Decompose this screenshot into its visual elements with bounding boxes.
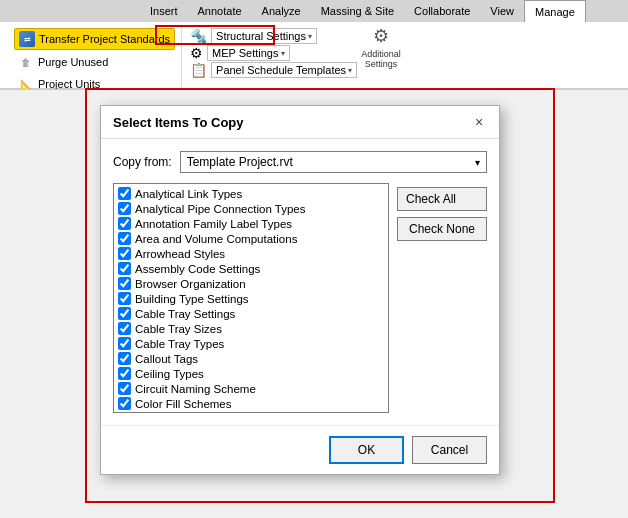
ok-button[interactable]: OK xyxy=(329,436,404,464)
project-units-button[interactable]: 📐 Project Units xyxy=(14,74,104,90)
list-item-checkbox[interactable] xyxy=(118,382,131,395)
menu-tab-collaborate[interactable]: Collaborate xyxy=(404,0,480,22)
list-item: Ceiling Types xyxy=(114,366,388,381)
list-item-checkbox[interactable] xyxy=(118,337,131,350)
ribbon: ⇄ Transfer Project Standards 🗑 Purge Unu… xyxy=(0,22,628,90)
copy-from-label: Copy from: xyxy=(113,155,172,169)
check-none-button[interactable]: Check None xyxy=(397,217,487,241)
panel-dropdown-arrow: ▾ xyxy=(348,66,352,75)
additional-settings-label: AdditionalSettings xyxy=(361,49,401,69)
list-item-checkbox[interactable] xyxy=(118,217,131,230)
list-item-checkbox[interactable] xyxy=(118,232,131,245)
list-item-label: Assembly Code Settings xyxy=(135,263,260,275)
ribbon-group-transfer: ⇄ Transfer Project Standards 🗑 Purge Unu… xyxy=(8,26,182,90)
dialog-content: Copy from: Template Project.rvt ▾ Analyt… xyxy=(101,139,499,425)
panel-row: 📋 Panel Schedule Templates ▾ xyxy=(190,62,357,78)
list-item: Cable Tray Sizes xyxy=(114,321,388,336)
mep-settings-dropdown[interactable]: MEP Settings ▾ xyxy=(207,45,289,61)
dialog-close-button[interactable]: × xyxy=(471,114,487,130)
structural-settings-dropdown[interactable]: Structural Settings ▾ xyxy=(211,28,317,44)
copy-from-value: Template Project.rvt xyxy=(187,155,293,169)
list-item-label: Analytical Pipe Connection Types xyxy=(135,203,305,215)
copy-from-arrow: ▾ xyxy=(475,157,480,168)
items-list-container: Analytical Link TypesAnalytical Pipe Con… xyxy=(113,183,389,413)
dialog-titlebar: Select Items To Copy × xyxy=(101,106,499,139)
list-item: Color Fill Schemes xyxy=(114,396,388,411)
additional-settings-button[interactable]: ⚙ AdditionalSettings xyxy=(365,26,397,68)
list-item-checkbox[interactable] xyxy=(118,277,131,290)
structural-dropdown-arrow: ▾ xyxy=(308,32,312,41)
menu-tab-analyze[interactable]: Analyze xyxy=(252,0,311,22)
ribbon-right-group: 🔩 Structural Settings ▾ ⚙ MEP Settings ▾… xyxy=(186,26,361,80)
menu-tab-manage[interactable]: Manage xyxy=(524,0,586,22)
list-item-label: Circuit Naming Scheme xyxy=(135,383,256,395)
additional-settings-icon: ⚙ xyxy=(373,25,389,47)
list-item-checkbox[interactable] xyxy=(118,352,131,365)
list-item: Arrowhead Styles xyxy=(114,246,388,261)
dialog-footer: OK Cancel xyxy=(101,425,499,474)
list-item-label: Color Fill Schemes xyxy=(135,398,232,410)
list-item-label: Annotation Family Label Types xyxy=(135,218,292,230)
dialog-title: Select Items To Copy xyxy=(113,115,244,130)
purge-unused-button[interactable]: 🗑 Purge Unused xyxy=(14,52,112,72)
list-item-checkbox[interactable] xyxy=(118,307,131,320)
cancel-button[interactable]: Cancel xyxy=(412,436,487,464)
list-item-label: Analytical Link Types xyxy=(135,188,242,200)
mep-dropdown-arrow: ▾ xyxy=(281,49,285,58)
menu-tabs: Insert Annotate Analyze Massing & Site C… xyxy=(0,0,628,22)
menu-tab-insert[interactable]: Insert xyxy=(140,0,188,22)
list-item-label: Cable Tray Sizes xyxy=(135,323,222,335)
mep-icon: ⚙ xyxy=(190,45,203,61)
list-item-label: Cable Tray Settings xyxy=(135,308,235,320)
list-item: Area and Volume Computations xyxy=(114,231,388,246)
purge-icon: 🗑 xyxy=(18,54,34,70)
copy-from-row: Copy from: Template Project.rvt ▾ xyxy=(113,151,487,173)
items-buttons: Check All Check None xyxy=(397,183,487,413)
list-item-label: Browser Organization xyxy=(135,278,246,290)
structural-row: 🔩 Structural Settings ▾ xyxy=(190,28,357,44)
transfer-standards-button[interactable]: ⇄ Transfer Project Standards xyxy=(14,28,175,50)
list-item: Browser Organization xyxy=(114,276,388,291)
mep-row: ⚙ MEP Settings ▾ xyxy=(190,45,357,61)
list-item-label: Area and Volume Computations xyxy=(135,233,297,245)
list-item: Analytical Pipe Connection Types xyxy=(114,201,388,216)
menu-tab-annotate[interactable]: Annotate xyxy=(188,0,252,22)
menu-bar: Insert Annotate Analyze Massing & Site C… xyxy=(0,0,628,90)
menu-tab-view[interactable]: View xyxy=(480,0,524,22)
items-list[interactable]: Analytical Link TypesAnalytical Pipe Con… xyxy=(114,184,388,412)
list-item: Annotation Family Label Types xyxy=(114,216,388,231)
list-item: Cable Tray Settings xyxy=(114,306,388,321)
list-item-label: Building Type Settings xyxy=(135,293,249,305)
panel-schedule-dropdown[interactable]: Panel Schedule Templates ▾ xyxy=(211,62,357,78)
list-item-checkbox[interactable] xyxy=(118,322,131,335)
list-item-checkbox[interactable] xyxy=(118,262,131,275)
units-icon: 📐 xyxy=(18,76,34,90)
items-area: Analytical Link TypesAnalytical Pipe Con… xyxy=(113,183,487,413)
transfer-icon: ⇄ xyxy=(19,31,35,47)
horizontal-scrollbar[interactable]: ◀ ▶ xyxy=(114,412,388,413)
menu-tab-massing[interactable]: Massing & Site xyxy=(311,0,404,22)
list-item-label: Callout Tags xyxy=(135,353,198,365)
list-item: Callout Tags xyxy=(114,351,388,366)
list-item-checkbox[interactable] xyxy=(118,202,131,215)
panel-icon: 📋 xyxy=(190,62,207,78)
list-item-checkbox[interactable] xyxy=(118,292,131,305)
list-item: Analytical Link Types xyxy=(114,186,388,201)
select-items-dialog: Select Items To Copy × Copy from: Templa… xyxy=(100,105,500,475)
list-item-checkbox[interactable] xyxy=(118,367,131,380)
list-item: Circuit Naming Scheme xyxy=(114,381,388,396)
list-item-checkbox[interactable] xyxy=(118,247,131,260)
list-item-label: Cable Tray Types xyxy=(135,338,224,350)
list-item-checkbox[interactable] xyxy=(118,187,131,200)
list-item: Cable Tray Types xyxy=(114,336,388,351)
list-item-checkbox[interactable] xyxy=(118,397,131,410)
list-item: Assembly Code Settings xyxy=(114,261,388,276)
structural-icon: 🔩 xyxy=(190,28,207,44)
list-item-label: Arrowhead Styles xyxy=(135,248,225,260)
check-all-button[interactable]: Check All xyxy=(397,187,487,211)
list-item-label: Ceiling Types xyxy=(135,368,204,380)
copy-from-dropdown[interactable]: Template Project.rvt ▾ xyxy=(180,151,487,173)
list-item: Building Type Settings xyxy=(114,291,388,306)
